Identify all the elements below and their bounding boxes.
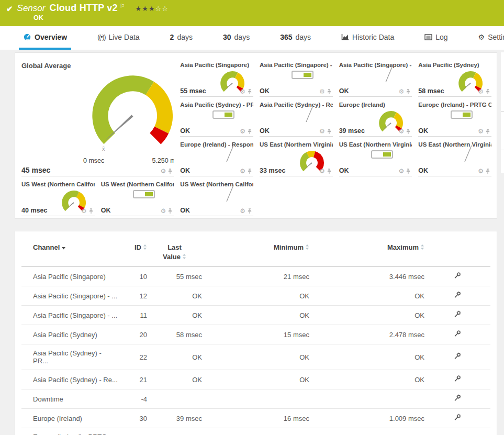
column-header-id[interactable]: ID xyxy=(118,235,147,267)
edit-channel-icon[interactable] xyxy=(454,272,462,280)
pin-gauge-icon[interactable] xyxy=(406,129,411,135)
edit-channel-icon[interactable] xyxy=(454,330,462,338)
column-header-max[interactable]: Maximum xyxy=(309,235,424,267)
cell-last: 55 msec xyxy=(147,267,202,286)
gauge-settings-icon[interactable]: ⚙ xyxy=(478,168,484,174)
cell-channel[interactable]: Downtime xyxy=(21,389,118,409)
pin-gauge-icon[interactable] xyxy=(247,129,252,135)
gauge-settings-icon[interactable]: ⚙ xyxy=(319,88,325,95)
gauge-settings-icon[interactable]: ⚙ xyxy=(399,168,405,174)
edit-channel-icon[interactable] xyxy=(454,414,462,421)
pin-gauge-icon[interactable] xyxy=(406,169,411,174)
star-filled-icon[interactable]: ★ xyxy=(142,5,149,13)
gauge-settings-icon[interactable]: ⚙ xyxy=(478,88,484,95)
cell-edit[interactable] xyxy=(424,389,490,409)
global-average-gauge: x̄ xyxy=(80,68,174,156)
edit-channel-icon[interactable] xyxy=(454,352,462,360)
gauge-settings-icon[interactable]: ⚙ xyxy=(399,88,405,95)
channel-name: Asia Pacific (Sydney) - Respo... xyxy=(260,97,333,108)
cell-edit[interactable] xyxy=(424,306,490,325)
edit-channel-icon[interactable] xyxy=(454,394,462,402)
tab-log[interactable]: Log xyxy=(420,26,452,50)
channel-gauge-cell: US West (Northern California) 40 msec⚙ xyxy=(21,176,95,216)
gauges-panel: Global Average x̄ 0 msec 5.250 msec 45 m… xyxy=(15,52,497,219)
channel-name: US West (Northern California)... xyxy=(180,176,253,187)
ok-toggle-indicator xyxy=(451,110,473,119)
pin-gauge-icon[interactable] xyxy=(167,169,173,174)
sort-icon[interactable] xyxy=(143,244,147,250)
star-empty-icon[interactable]: ☆ xyxy=(155,5,162,13)
pin-gauge-icon[interactable] xyxy=(167,208,173,214)
cell-channel[interactable]: Europe (Ireland) - PRTG Cl... xyxy=(21,428,118,435)
cell-channel[interactable]: Asia Pacific (Singapore) - ... xyxy=(21,306,118,325)
column-header-last[interactable]: LastValue xyxy=(147,235,202,267)
cell-edit[interactable] xyxy=(424,286,490,306)
cell-channel[interactable]: Europe (Ireland) xyxy=(21,409,118,428)
tab-overview[interactable]: Overview xyxy=(19,26,71,50)
gauge-settings-icon[interactable]: ⚙ xyxy=(161,168,166,174)
gauge-settings-icon[interactable]: ⚙ xyxy=(399,128,405,135)
cell-channel[interactable]: Asia Pacific (Sydney) xyxy=(21,325,118,344)
gauge-settings-icon[interactable]: ⚙ xyxy=(81,208,87,214)
star-empty-icon[interactable]: ☆ xyxy=(162,5,169,13)
sort-icon[interactable] xyxy=(182,253,186,260)
gauge-settings-icon[interactable]: ⚙ xyxy=(240,168,245,174)
pin-gauge-icon[interactable] xyxy=(406,89,411,95)
channel-name: Asia Pacific (Singapore) xyxy=(180,57,253,68)
pin-gauge-icon[interactable] xyxy=(247,169,252,174)
cell-edit[interactable] xyxy=(424,428,490,435)
sort-icon[interactable] xyxy=(305,244,309,250)
cell-id: 11 xyxy=(118,306,147,325)
channel-name: US East (Northern Virginia) - ... xyxy=(339,137,412,148)
pin-gauge-icon[interactable] xyxy=(327,169,332,174)
pin-gauge-icon[interactable] xyxy=(247,89,252,95)
edit-channel-icon[interactable] xyxy=(454,310,462,318)
flag-icon[interactable]: ⚐ xyxy=(120,3,125,9)
cell-edit[interactable] xyxy=(424,267,490,286)
gauge-settings-icon[interactable]: ⚙ xyxy=(478,128,484,135)
cell-channel[interactable]: Asia Pacific (Sydney) - Re... xyxy=(21,370,118,389)
gauge-settings-icon[interactable]: ⚙ xyxy=(240,208,245,214)
pin-gauge-icon[interactable] xyxy=(327,89,332,95)
edit-channel-icon[interactable] xyxy=(454,291,462,299)
gauge-scale-min: 0 msec xyxy=(83,157,104,164)
cell-channel[interactable]: Asia Pacific (Singapore) - ... xyxy=(21,286,118,306)
star-filled-icon[interactable]: ★ xyxy=(149,5,155,13)
pin-gauge-icon[interactable] xyxy=(327,129,332,135)
tab-settings[interactable]: ⚙Settings xyxy=(474,26,504,50)
star-filled-icon[interactable]: ★ xyxy=(136,5,142,13)
cell-edit[interactable] xyxy=(424,370,490,389)
channel-value: OK xyxy=(260,127,270,135)
cell-id: 20 xyxy=(118,325,147,344)
column-header-channel[interactable]: Channel xyxy=(21,235,118,267)
cell-channel[interactable]: Asia Pacific (Singapore) xyxy=(21,267,118,286)
tab-historic-data[interactable]: Historic Data xyxy=(337,26,398,50)
priority-stars[interactable]: ★★★☆☆ xyxy=(136,5,169,13)
tab-365-days[interactable]: 365days xyxy=(276,26,315,50)
column-label: ID xyxy=(135,243,141,251)
sort-icon[interactable] xyxy=(420,244,424,250)
pin-gauge-icon[interactable] xyxy=(88,208,94,214)
gauge-settings-icon[interactable]: ⚙ xyxy=(319,128,325,135)
tab-live-data[interactable]: ((•))Live Data xyxy=(93,26,143,50)
cell-id: 32 xyxy=(118,428,147,435)
edit-channel-icon[interactable] xyxy=(454,375,462,383)
cell-edit[interactable] xyxy=(424,409,490,428)
tab-30-days[interactable]: 30days xyxy=(219,26,254,50)
gauge-settings-icon[interactable]: ⚙ xyxy=(161,208,166,214)
channels-table: ChannelIDLastValueMinimumMaximum Asia Pa… xyxy=(21,235,490,435)
cell-edit[interactable] xyxy=(424,344,490,370)
pin-gauge-icon[interactable] xyxy=(485,169,490,174)
live-data-icon: ((•)) xyxy=(97,34,105,41)
gauge-settings-icon[interactable]: ⚙ xyxy=(319,168,325,174)
tab-2-days[interactable]: 2days xyxy=(166,26,197,50)
pin-gauge-icon[interactable] xyxy=(485,129,490,135)
column-header-min[interactable]: Minimum xyxy=(202,235,309,267)
pin-gauge-icon[interactable] xyxy=(247,208,252,214)
cell-edit[interactable] xyxy=(424,325,490,344)
pin-gauge-icon[interactable] xyxy=(485,89,490,95)
sorted-desc-icon[interactable] xyxy=(61,246,66,250)
gauge-settings-icon[interactable]: ⚙ xyxy=(240,88,245,95)
cell-channel[interactable]: Asia Pacific (Sydney) - PR... xyxy=(21,344,118,370)
gauge-settings-icon[interactable]: ⚙ xyxy=(240,128,245,135)
